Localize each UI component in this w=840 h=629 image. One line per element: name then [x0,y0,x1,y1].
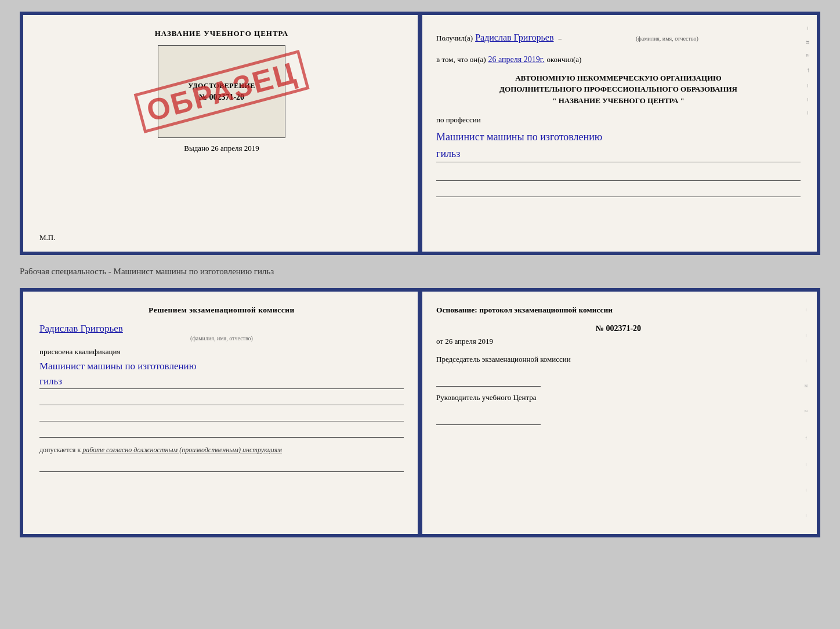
bottom-document: Решением экзаменационной комиссии Радисл… [20,288,820,537]
empty-line2 [436,183,801,197]
profession-name: Машинист машины по изготовлению [436,130,801,144]
qual-empty-line2 [39,408,404,421]
protocol-number: № 002371-20 [436,324,801,333]
edge-mark-6: – [805,98,812,101]
edge-mark-5: – [805,84,812,88]
director-label: Руководитель учебного Центра [436,392,801,403]
bottom-person-name: Радислав Григорьев [39,323,404,335]
edge-mark-3: а [805,54,812,57]
stamp-obrazec: ОБРАЗЕЦ [134,50,310,133]
edge-mark-2: и [805,41,812,44]
allowed-block: допускается к работе согласно должностны… [39,446,404,455]
bottom-right-edge: – – – и а ← – – – [801,297,812,528]
director-sig-line [436,415,541,425]
b-edge-3: – [803,359,810,362]
bottom-left-title: Решением экзаменационной комиссии [39,306,404,315]
vydano-date: 26 апреля 2019 [211,144,259,152]
profession-name2: гильз [436,147,801,162]
chairman-label: Председатель экзаменационной комиссии [436,354,801,365]
edge-mark-4: ← [805,67,812,74]
top-document: НАЗВАНИЕ УЧЕБНОГО ЦЕНТРА УДОСТОВЕРЕНИЕ №… [20,12,820,255]
recipient-name: Радислав Григорьев [475,29,553,46]
top-doc-right: Получил(а) Радислав Григорьев – (фамилия… [420,15,817,252]
bottom-right-title: Основание: протокол экзаменационной коми… [436,306,801,315]
date-row: в том, что он(а) 26 апреля 2019г. окончи… [436,52,801,68]
cert-title: УДОСТОВЕРЕНИЕ [188,82,255,90]
qual-empty-line1 [39,391,404,405]
b-edge-2: – [803,334,810,337]
allowed-text: работе согласно должностным (производств… [82,446,282,454]
b-edge-4: и [803,384,810,387]
profession-prefix: по профессии [436,113,801,128]
top-left-header: НАЗВАНИЕ УЧЕБНОГО ЦЕНТРА [39,29,404,38]
org-line2: ДОПОЛНИТЕЛЬНОГО ПРОФЕССИОНАЛЬНОГО ОБРАЗО… [436,83,801,95]
vydano-line: Выдано 26 апреля 2019 [39,144,404,153]
b-edge-1: – [803,308,810,311]
finished-suffix: окончил(а) [546,53,581,67]
bottom-doc-right: Основание: протокол экзаменационной коми… [420,292,817,534]
b-edge-9: – [803,514,810,517]
vydano-label: Выдано [184,144,209,152]
protocol-date: от 26 апреля 2019 [436,337,801,346]
allowed-prefix: допускается к [39,446,81,454]
recipient-row: Получил(а) Радислав Григорьев – (фамилия… [436,29,801,46]
person-name-block: Радислав Григорьев (фамилия, имя, отчест… [39,323,404,341]
empty-line1 [436,167,801,181]
org-block: АВТОНОМНУЮ НЕКОММЕРЧЕСКУЮ ОРГАНИЗАЦИЮ ДО… [436,72,801,107]
subtitle: Рабочая специальность - Машинист машины … [20,266,820,278]
signatures: Председатель экзаменационной комиссии Ру… [436,354,801,425]
b-edge-5: а [803,410,810,412]
cert-number: № 002371-20 [199,93,244,102]
profession-block: по профессии Машинист машины по изготовл… [436,113,801,197]
qual-empty-line3 [39,424,404,438]
qualification-line1: Машинист машины по изготовлению [39,359,404,374]
b-edge-6: ← [803,435,810,441]
right-edge-marks: – и а ← – – – [805,27,812,240]
fio-label: (фамилия, имя, отчество) [636,33,698,44]
certificate-box: УДОСТОВЕРЕНИЕ № 002371-20 ОБРАЗЕЦ [158,45,285,138]
bottom-name-label: (фамилия, имя, отчество) [39,335,404,341]
protocol-date-value: 26 апреля 2019 [445,337,493,346]
edge-mark-1: – [805,27,812,30]
mp-label: М.П. [39,233,55,242]
right-content: Получил(а) Радислав Григорьев – (фамилия… [436,29,801,197]
qualification-block: Машинист машины по изготовлению гильз [39,359,404,438]
b-edge-8: – [803,489,810,492]
org-line3: " НАЗВАНИЕ УЧЕБНОГО ЦЕНТРА " [436,95,801,107]
date-from-prefix: от [436,337,443,346]
assigned-label: присвоена квалификация [39,347,404,357]
received-prefix: Получил(а) [436,31,473,46]
chairman-sig-line [436,376,541,387]
top-doc-left: НАЗВАНИЕ УЧЕБНОГО ЦЕНТРА УДОСТОВЕРЕНИЕ №… [23,15,420,252]
bottom-doc-left: Решением экзаменационной комиссии Радисл… [23,292,420,534]
qualification-line2: гильз [39,374,404,390]
date-prefix: в том, что он(а) [436,53,486,67]
date-value: 26 апреля 2019г. [488,52,545,68]
edge-mark-7: – [805,111,812,115]
org-line1: АВТОНОМНУЮ НЕКОММЕРЧЕСКУЮ ОРГАНИЗАЦИЮ [436,72,801,84]
allowed-underline [39,458,404,472]
b-edge-7: – [803,463,810,466]
